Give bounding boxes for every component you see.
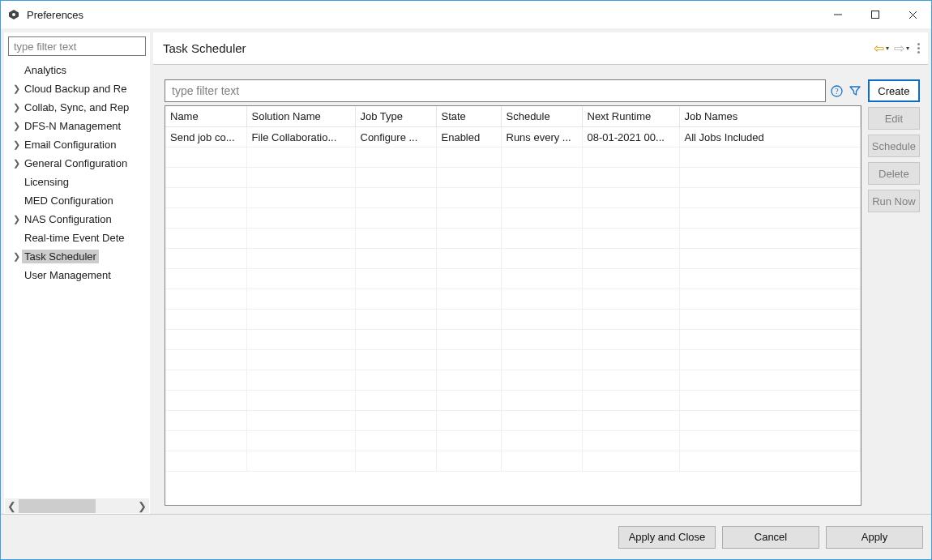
apply-button[interactable]: Apply [826, 526, 923, 549]
table-row[interactable] [165, 269, 860, 289]
close-button[interactable] [894, 2, 931, 27]
column-header-next-runtime[interactable]: Next Runtime [582, 106, 679, 127]
scrollbar-track[interactable] [19, 499, 135, 513]
column-header-job-names[interactable]: Job Names [679, 106, 860, 127]
column-header-name[interactable]: Name [165, 106, 246, 127]
sidebar-filter-input[interactable] [8, 36, 146, 56]
minimize-button[interactable] [819, 2, 857, 27]
table-row[interactable] [165, 289, 860, 310]
sidebar-item-label: Email Configuration [22, 138, 118, 152]
svg-rect-3 [872, 11, 879, 19]
svg-point-1 [12, 13, 15, 16]
dialog-footer: Apply and Close Cancel Apply [1, 514, 931, 559]
table-row[interactable] [165, 208, 860, 229]
table-row[interactable] [165, 370, 860, 391]
chevron-right-icon: ❯ [11, 121, 22, 131]
task-filter-input[interactable] [165, 79, 826, 102]
window-controls [819, 2, 931, 27]
apply-and-close-button[interactable]: Apply and Close [618, 526, 716, 549]
view-menu-button[interactable] [917, 43, 920, 53]
action-buttons: Create Edit Schedule Delete Run Now [868, 79, 920, 506]
delete-button[interactable]: Delete [868, 162, 920, 185]
main-body: ? [153, 65, 928, 514]
chevron-right-icon: ❯ [11, 251, 22, 262]
svg-line-5 [909, 11, 917, 19]
cancel-button[interactable]: Cancel [722, 526, 819, 549]
dropdown-icon: ▾ [886, 45, 889, 52]
table-row[interactable] [165, 229, 860, 249]
sidebar-item-nas-config[interactable]: ❯ NAS Configuration [5, 210, 149, 229]
sidebar-item-label: User Management [22, 268, 113, 282]
cell-next-runtime: 08-01-2021 00... [582, 127, 679, 147]
table-row[interactable] [165, 330, 860, 350]
sidebar-item-label: Task Scheduler [22, 250, 99, 263]
scrollbar-thumb[interactable] [19, 499, 96, 513]
table-row[interactable] [165, 249, 860, 269]
sidebar-item-label: DFS-N Management [22, 119, 123, 133]
history-forward-button[interactable]: ⇨ ▾ [894, 42, 909, 55]
table-header-row: Name Solution Name Job Type State Schedu… [165, 106, 860, 127]
sidebar-item-user-management[interactable]: ❯ User Management [5, 266, 149, 284]
preferences-window: Preferences ❯ Analytics [0, 0, 932, 560]
sidebar-item-task-scheduler[interactable]: ❯ Task Scheduler [5, 247, 149, 266]
body: ❯ Analytics ❯ Cloud Backup and Re ❯ Coll… [1, 28, 931, 514]
table-row[interactable] [165, 168, 860, 188]
sidebar-item-label: Analytics [22, 63, 69, 77]
schedule-button[interactable]: Schedule [868, 135, 920, 157]
help-icon[interactable]: ? [831, 84, 844, 97]
sidebar-item-med-config[interactable]: ❯ MED Configuration [5, 191, 149, 210]
chevron-right-icon: ❯ [11, 214, 22, 224]
sidebar-item-cloud-backup[interactable]: ❯ Cloud Backup and Re [5, 79, 149, 98]
filter-icon[interactable] [849, 84, 861, 97]
maximize-button[interactable] [857, 2, 894, 27]
sidebar-item-dfs-n[interactable]: ❯ DFS-N Management [5, 117, 149, 135]
main-header: Task Scheduler ⇦ ▾ ⇨ ▾ [153, 32, 928, 65]
table-row[interactable] [165, 188, 860, 208]
table-row[interactable]: Send job co... File Collaboratio... Conf… [165, 127, 860, 147]
sidebar-item-email-config[interactable]: ❯ Email Configuration [5, 135, 149, 154]
table-row[interactable] [165, 310, 860, 330]
column-header-job-type[interactable]: Job Type [355, 106, 436, 127]
scroll-left-icon[interactable]: ❮ [5, 499, 19, 513]
edit-button[interactable]: Edit [868, 107, 920, 130]
cell-schedule: Runs every ... [501, 127, 582, 147]
table-row[interactable] [165, 451, 860, 472]
sidebar-item-label: NAS Configuration [22, 212, 114, 226]
create-button[interactable]: Create [868, 79, 920, 102]
sidebar-item-realtime-event[interactable]: ❯ Real-time Event Dete [5, 229, 149, 247]
chevron-right-icon: ❯ [11, 158, 22, 169]
table-row[interactable] [165, 431, 860, 451]
cell-job-names: All Jobs Included [679, 127, 860, 147]
preferences-tree[interactable]: ❯ Analytics ❯ Cloud Backup and Re ❯ Coll… [5, 61, 149, 498]
column-header-state[interactable]: State [436, 106, 501, 127]
cell-name: Send job co... [165, 127, 246, 147]
sidebar-item-label: MED Configuration [22, 194, 116, 207]
cell-state: Enabled [436, 127, 501, 147]
sidebar-item-analytics[interactable]: ❯ Analytics [5, 61, 149, 79]
svg-text:?: ? [836, 87, 840, 96]
app-icon [7, 8, 20, 21]
arrow-forward-icon: ⇨ [894, 42, 904, 55]
table-row[interactable] [165, 350, 860, 370]
table-row[interactable] [165, 391, 860, 411]
run-now-button[interactable]: Run Now [868, 190, 920, 212]
sidebar-item-general-config[interactable]: ❯ General Configuration [5, 154, 149, 173]
sidebar-horizontal-scrollbar[interactable]: ❮ ❯ [5, 498, 149, 513]
arrow-back-icon: ⇦ [874, 42, 884, 55]
svg-line-4 [909, 11, 917, 19]
chevron-right-icon: ❯ [11, 83, 22, 94]
task-table[interactable]: Name Solution Name Job Type State Schedu… [165, 105, 861, 506]
column-header-schedule[interactable]: Schedule [501, 106, 582, 127]
history-back-button[interactable]: ⇦ ▾ [874, 42, 889, 55]
table-row[interactable] [165, 411, 860, 431]
main-panel: Task Scheduler ⇦ ▾ ⇨ ▾ [153, 32, 928, 514]
window-title: Preferences [27, 9, 83, 21]
table-row[interactable] [165, 147, 860, 168]
sidebar-item-licensing[interactable]: ❯ Licensing [5, 173, 149, 191]
scroll-right-icon[interactable]: ❯ [135, 499, 149, 513]
sidebar: ❯ Analytics ❯ Cloud Backup and Re ❯ Coll… [4, 32, 150, 514]
titlebar: Preferences [1, 1, 931, 28]
sidebar-item-collab-sync[interactable]: ❯ Collab, Sync, and Rep [5, 98, 149, 117]
column-header-solution-name[interactable]: Solution Name [246, 106, 355, 127]
sidebar-item-label: Licensing [22, 175, 71, 189]
